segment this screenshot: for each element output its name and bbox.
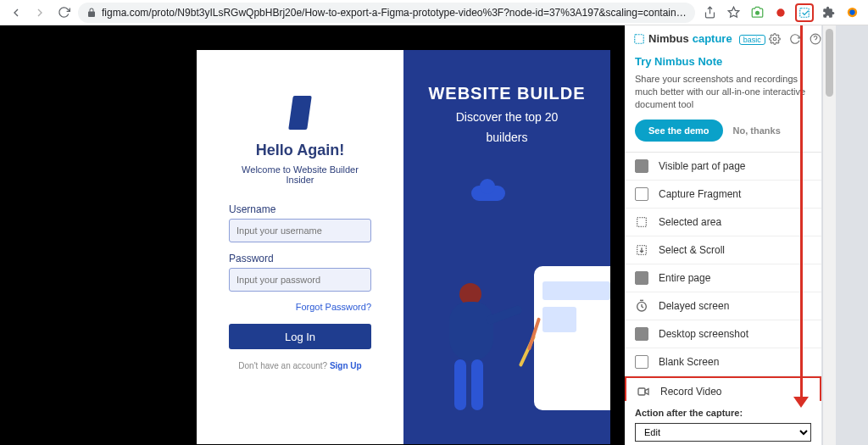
after-label: Action after the capture:: [635, 408, 811, 418]
signup-link[interactable]: Sign Up: [330, 361, 362, 370]
wb-title: WEBSITE BUILDE: [420, 84, 593, 103]
opt-record-video[interactable]: Record Video: [625, 376, 821, 401]
signup-line: Don't have an account? Sign Up: [229, 361, 371, 370]
opt-select-scroll[interactable]: Select & Scroll: [625, 236, 821, 264]
phone-illustration: [534, 266, 610, 410]
brand-nimbus: Nimbus: [648, 32, 689, 45]
password-input[interactable]: [229, 268, 371, 292]
share-icon[interactable]: [700, 3, 719, 22]
svg-rect-4: [800, 8, 810, 17]
opt-visible-part[interactable]: Visible part of page: [625, 153, 821, 181]
opt-label: Blank Screen: [659, 356, 719, 368]
opt-desktop-screenshot[interactable]: Desktop screenshot: [625, 320, 821, 348]
camera-ext-icon[interactable]: [748, 3, 766, 22]
firefox-ext-icon[interactable]: [843, 3, 861, 22]
svg-rect-11: [637, 217, 647, 226]
brand-text: Nimbus capture basic: [648, 32, 765, 45]
selected-area-icon: [635, 215, 648, 229]
opt-label: Visible part of page: [659, 160, 746, 172]
select-scroll-icon: [635, 243, 648, 257]
capture-options: Visible part of page Capture Fragment Se…: [625, 153, 821, 401]
svg-rect-14: [638, 388, 645, 395]
scrollbar-thumb[interactable]: [826, 29, 833, 97]
promo-panel: WEBSITE BUILDE Discover the top 20 build…: [403, 50, 610, 444]
opt-selected-area[interactable]: Selected area: [625, 209, 821, 236]
desktop-icon: [635, 327, 648, 341]
reload-button[interactable]: [54, 3, 73, 22]
opt-label: Desktop screenshot: [659, 328, 748, 340]
page-viewport: Hello Again! Welcome to Website Builder …: [0, 25, 868, 445]
opt-entire-page[interactable]: Entire page: [625, 264, 821, 292]
opt-label: Capture Fragment: [659, 188, 741, 200]
svg-marker-1: [728, 7, 739, 17]
opt-label: Entire page: [659, 272, 710, 284]
no-thanks-link[interactable]: No, thanks: [733, 125, 781, 136]
opt-blank-screen[interactable]: Blank Screen: [625, 348, 821, 376]
entire-page-icon: [635, 271, 648, 285]
back-button[interactable]: [7, 3, 25, 22]
opt-label: Record Video: [660, 386, 722, 398]
record-ext-icon[interactable]: [771, 3, 790, 22]
promo-title: Try Nimbus Note: [635, 55, 811, 68]
clock-icon: [635, 299, 648, 313]
forward-button[interactable]: [31, 3, 49, 22]
extensions-icon[interactable]: [819, 3, 837, 22]
refresh-icon[interactable]: [789, 33, 801, 45]
basic-badge: basic: [739, 35, 765, 45]
browser-toolbar: figma.com/proto/N9bt3yILsRGwQpbHBrj20e/H…: [0, 0, 868, 25]
username-label: Username: [229, 203, 371, 215]
logo-icon: [288, 96, 312, 130]
wb-sub2: builders: [420, 131, 593, 144]
star-icon[interactable]: [724, 3, 743, 22]
help-icon[interactable]: [810, 33, 821, 45]
welcome-text: Welcome to Website Builder Insider: [229, 164, 371, 185]
hello-heading: Hello Again!: [229, 142, 371, 159]
cloud-shape: [471, 186, 505, 201]
svg-point-2: [755, 11, 760, 15]
opt-label: Delayed screen: [659, 300, 729, 312]
svg-point-3: [776, 8, 784, 16]
opt-label: Select & Scroll: [659, 244, 725, 256]
after-capture: Action after the capture: Edit: [625, 401, 821, 445]
login-button[interactable]: Log In: [229, 324, 371, 349]
password-label: Password: [229, 253, 371, 264]
svg-point-6: [849, 9, 854, 14]
gear-icon[interactable]: [769, 33, 781, 45]
visible-part-icon: [635, 159, 648, 173]
figma-prototype: Hello Again! Welcome to Website Builder …: [197, 50, 610, 444]
after-select[interactable]: Edit: [635, 423, 811, 442]
username-input[interactable]: [229, 219, 371, 242]
brand-capture: capture: [693, 32, 732, 45]
nimbus-panel: Nimbus capture basic Try Nimbus Note Sha…: [625, 25, 821, 445]
noacct-text: Don't have an account?: [238, 361, 330, 370]
nimbus-ext-icon[interactable]: [795, 3, 814, 22]
wb-sub1: Discover the top 20: [420, 110, 593, 124]
nimbus-logo-icon: [633, 33, 645, 45]
promo-text: Share your screenshots and recordings mu…: [635, 73, 811, 111]
login-panel: Hello Again! Welcome to Website Builder …: [197, 50, 403, 444]
opt-capture-fragment[interactable]: Capture Fragment: [625, 181, 821, 209]
opt-label: Selected area: [659, 216, 721, 228]
annotation-arrow-head: [793, 397, 809, 408]
blank-icon: [635, 355, 648, 369]
video-icon: [637, 385, 650, 398]
opt-delayed-screen[interactable]: Delayed screen: [625, 292, 821, 320]
promo-box: Try Nimbus Note Share your screenshots a…: [625, 50, 821, 153]
panel-header: Nimbus capture basic: [625, 25, 821, 50]
fragment-icon: [635, 187, 648, 201]
annotation-arrow-line: [800, 25, 803, 402]
see-demo-button[interactable]: See the demo: [635, 120, 723, 142]
url-text: figma.com/proto/N9bt3yILsRGwQpbHBrj20e/H…: [102, 7, 687, 19]
svg-point-8: [773, 37, 776, 41]
vertical-scrollbar[interactable]: [822, 25, 836, 445]
address-bar[interactable]: figma.com/proto/N9bt3yILsRGwQpbHBrj20e/H…: [78, 3, 695, 23]
svg-rect-7: [635, 34, 644, 43]
person-illustration: [437, 283, 505, 419]
forgot-password-link[interactable]: Forgot Password?: [229, 302, 371, 312]
lock-icon: [86, 8, 97, 18]
